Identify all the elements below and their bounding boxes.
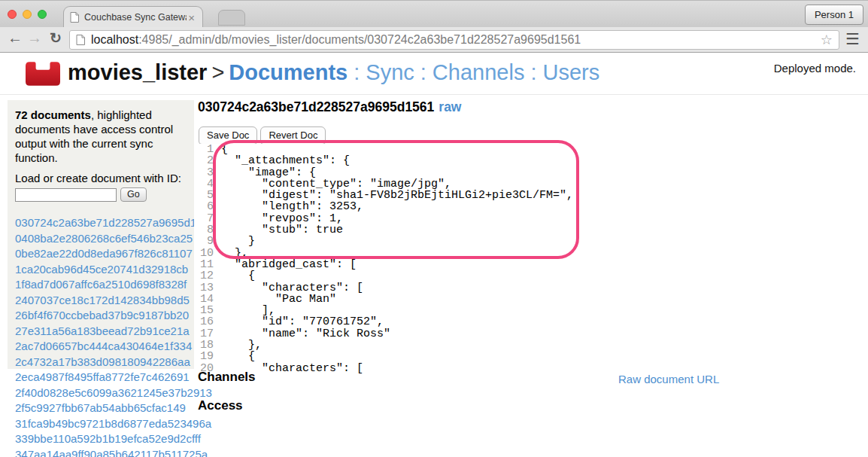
tab-users[interactable]: Users xyxy=(542,60,599,84)
doc-id-input[interactable] xyxy=(15,188,117,202)
window-close-button[interactable] xyxy=(8,10,17,19)
document-link[interactable]: 0be82ae22d0d8eda967f826c81107 xyxy=(15,246,194,262)
database-name: movies_lister xyxy=(68,60,207,84)
nav-separator: : xyxy=(414,60,432,84)
document-link[interactable]: 1ca20cab96d45ce20741d32918cb xyxy=(15,262,194,278)
save-doc-button[interactable]: Save Doc xyxy=(199,126,257,145)
tab-sync[interactable]: Sync xyxy=(366,60,414,84)
browser-tab[interactable]: Couchbase Sync Gateway × xyxy=(63,6,203,28)
deploy-mode-label: Deployed mode. xyxy=(774,62,856,75)
document-list: 030724c2a63be71d228527a9695d15610408ba2e… xyxy=(15,215,194,457)
load-doc-label: Load or create document with ID: xyxy=(15,172,194,184)
document-link[interactable]: 2f5c9927fbb67ab54abb65cfac149 xyxy=(15,401,194,416)
go-button[interactable]: Go xyxy=(120,187,147,202)
bookmark-star-icon[interactable]: ☆ xyxy=(821,32,833,48)
reload-icon[interactable]: ↻ xyxy=(47,29,65,47)
window-controls xyxy=(8,10,47,19)
document-link[interactable]: 2f40d0828e5c6099a3621245e37b2913 xyxy=(15,385,194,401)
profile-button[interactable]: Person 1 xyxy=(805,5,863,25)
document-link[interactable]: 26bf4f670ccbebad37b9c9187bb20 xyxy=(15,308,194,324)
tab-close-icon[interactable]: × xyxy=(187,12,196,23)
menu-icon[interactable]: ☰ xyxy=(845,30,860,48)
page-icon xyxy=(76,35,85,45)
browser-window: Couchbase Sync Gateway × Person 1 ← → ↻ … xyxy=(0,0,868,457)
sidebar: 72 documents, highlighted documents have… xyxy=(8,100,194,369)
tab-title: Couchbase Sync Gateway xyxy=(84,12,187,23)
window-minimize-button[interactable] xyxy=(23,10,32,19)
access-heading: Access xyxy=(198,398,243,413)
window-zoom-button[interactable] xyxy=(38,10,47,19)
tab-documents[interactable]: Documents xyxy=(229,60,348,84)
breadcrumb: movies_lister>Documents:Sync:Channels:Us… xyxy=(68,60,599,85)
documents-summary: 72 documents, highlighted documents have… xyxy=(15,108,187,165)
raw-link[interactable]: raw xyxy=(439,99,461,114)
couchbase-logo-icon xyxy=(26,62,60,86)
document-link[interactable]: 2eca4987f8495ffa8772fe7c462691 xyxy=(15,370,194,385)
raw-document-url-link[interactable]: Raw document URL xyxy=(618,373,719,385)
document-link[interactable]: 0408ba2e2806268c6ef546b23ca25 xyxy=(15,231,194,247)
breadcrumb-separator: > xyxy=(207,60,229,84)
doc-actions: Save Doc Revert Doc xyxy=(199,126,326,145)
document-link[interactable]: 1f8ad7d067affc6a2510d698f8328f xyxy=(15,277,194,293)
document-link[interactable]: 030724c2a63be71d228527a9695d1561 xyxy=(15,215,194,231)
url-text: localhost:4985/_admin/db/movies_lister/d… xyxy=(91,33,816,47)
document-link[interactable]: 339bbe110a592b1b19efca52e9d2cfff xyxy=(15,431,194,447)
document-link[interactable]: 31fca9b49bc9721b8d6877eda523496a xyxy=(15,416,194,432)
document-link[interactable]: 2407037ce18c172d142834bb98d5 xyxy=(15,293,194,309)
documents-count: 72 documents xyxy=(15,108,91,121)
channels-heading: Channels xyxy=(198,370,256,385)
page-title: 030724c2a63be71d228527a9695d1561raw xyxy=(198,99,461,115)
forward-icon: → xyxy=(26,29,44,47)
code-content[interactable]: { "_attachments": { "image": { "content_… xyxy=(221,144,573,375)
document-id: 030724c2a63be71d228527a9695d1561 xyxy=(198,99,434,114)
nav-separator: : xyxy=(524,60,542,84)
nav-separator: : xyxy=(348,60,366,84)
new-tab-button[interactable] xyxy=(218,10,245,26)
document-link[interactable]: 2ac7d06657bc444ca430464e1f334 xyxy=(15,339,194,355)
tab-channels[interactable]: Channels xyxy=(432,60,525,84)
document-link[interactable]: 27e311a56a183beead72b91ce21a xyxy=(15,324,194,340)
browser-titlebar: Couchbase Sync Gateway × Person 1 xyxy=(0,0,868,27)
document-link[interactable]: 347aa14aa9ff90a85b642117b511725a xyxy=(15,447,194,457)
back-icon[interactable]: ← xyxy=(6,29,24,47)
page-icon xyxy=(70,12,79,23)
browser-toolbar: ← → ↻ localhost:4985/_admin/db/movies_li… xyxy=(0,27,868,53)
line-numbers: 1 2 3 4 5 6 7 8 9 10 11 12 13 14 15 16 1… xyxy=(194,144,214,375)
json-editor[interactable]: 1 2 3 4 5 6 7 8 9 10 11 12 13 14 15 16 1… xyxy=(194,144,868,375)
app-header: movies_lister>Documents:Sync:Channels:Us… xyxy=(0,53,868,95)
address-bar[interactable]: localhost:4985/_admin/db/movies_lister/d… xyxy=(69,30,839,50)
revert-doc-button[interactable]: Revert Doc xyxy=(260,126,326,145)
document-link[interactable]: 2c4732a17b383d098180942286aa xyxy=(15,355,194,370)
